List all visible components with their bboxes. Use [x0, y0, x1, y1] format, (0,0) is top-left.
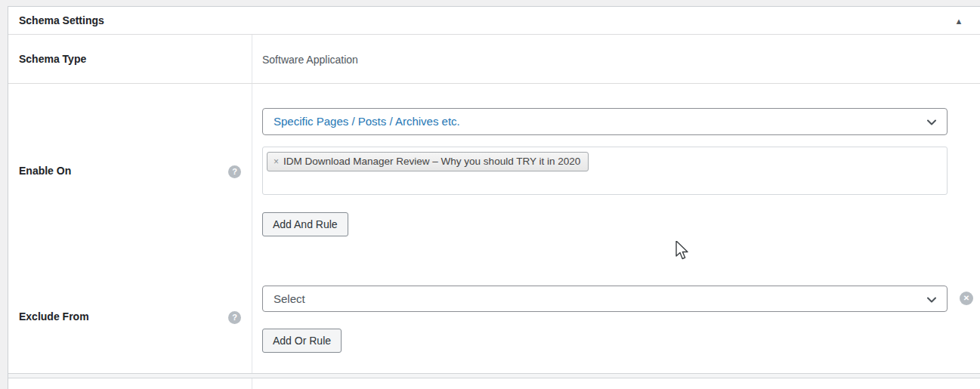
add-or-rule-button[interactable]: Add Or Rule [262, 329, 342, 353]
selected-tag-label: IDM Download Manager Review – Why you sh… [283, 156, 580, 167]
help-icon[interactable]: ? [228, 311, 241, 324]
schema-settings-metabox: Schema Settings ▲ Schema Type Software A… [8, 6, 980, 389]
mouse-cursor-icon [675, 241, 691, 261]
metabox-header: Schema Settings ▲ [8, 7, 980, 35]
chevron-down-icon [926, 294, 938, 309]
schema-type-value: Software Application [262, 54, 358, 66]
row-divider [8, 83, 980, 84]
enable-on-select-value: Specific Pages / Posts / Archives etc. [274, 115, 460, 128]
metabox-title: Schema Settings [19, 14, 104, 26]
enable-on-label: Enable On [19, 165, 71, 177]
collapse-toggle-icon[interactable]: ▲ [950, 13, 968, 29]
remove-tag-icon[interactable]: × [274, 156, 279, 167]
chevron-down-icon [926, 116, 938, 131]
bottom-divider-top [8, 373, 980, 374]
schema-settings-page: Schema Settings ▲ Schema Type Software A… [0, 0, 980, 389]
exclude-from-label: Exclude From [19, 310, 89, 323]
bottom-divider-bottom [8, 378, 980, 378]
enable-on-specific-input[interactable]: ×IDM Download Manager Review – Why you s… [262, 147, 948, 195]
exclude-from-select-value: Select [274, 292, 305, 305]
enable-on-select[interactable]: Specific Pages / Posts / Archives etc. [262, 108, 948, 135]
column-divider [252, 35, 252, 389]
selected-tag: ×IDM Download Manager Review – Why you s… [267, 152, 589, 171]
exclude-from-select[interactable]: Select [262, 286, 948, 312]
help-icon[interactable]: ? [228, 165, 241, 178]
add-and-rule-button[interactable]: Add And Rule [262, 212, 348, 236]
dismiss-rule-icon[interactable]: ✕ [960, 292, 973, 305]
schema-type-label: Schema Type [19, 53, 86, 65]
